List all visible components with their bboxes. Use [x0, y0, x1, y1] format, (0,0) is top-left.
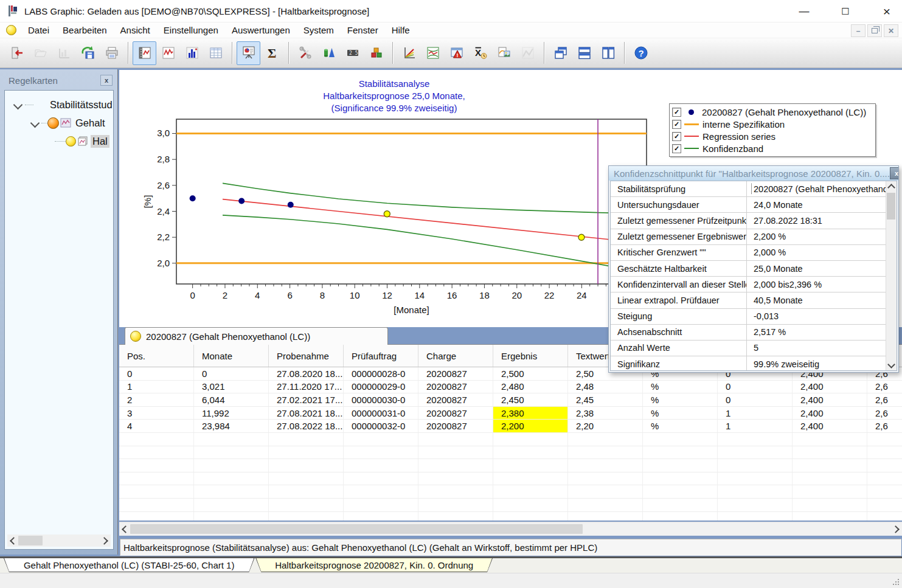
curve-chart-icon[interactable] — [156, 41, 180, 65]
scrollbar-thumb[interactable] — [887, 193, 895, 220]
table-row[interactable]: 311,99227.08.2021 18...000000031-0202008… — [119, 407, 902, 420]
tree-item-stabilitaetsstudien[interactable]: Stabilitätsstud — [5, 95, 113, 114]
dialog-row[interactable]: Untersuchungsdauer24,0 Monate — [611, 197, 886, 213]
menu-bearbeiten[interactable]: Bearbeiten — [56, 24, 114, 36]
tools-icon[interactable] — [293, 41, 317, 65]
scroll-up-icon[interactable] — [886, 181, 896, 192]
cascade-windows-icon[interactable] — [549, 41, 572, 65]
table-row[interactable]: 423,98427.08.2022 18...000000032-0202008… — [119, 420, 902, 433]
chart-print-icon[interactable] — [52, 41, 76, 65]
sidebar-horizontal-scrollbar[interactable] — [7, 534, 111, 547]
menu-system[interactable]: System — [297, 24, 341, 36]
table-cell — [867, 472, 902, 485]
chart-image-icon[interactable] — [492, 41, 516, 65]
results-tab[interactable]: 20200827 (Gehalt Phenoxyethanol (LC)) — [125, 327, 388, 345]
xbar-clock-icon[interactable]: X — [468, 41, 492, 65]
tree-item-label[interactable]: Stabilitätsstud — [48, 99, 114, 111]
konfidenzschnittpunkt-dialog[interactable]: Konfidenzschnittpunkt für "Haltbarkeitsp… — [608, 165, 899, 373]
dialog-row[interactable]: Konfidenzintervall an dieser Stelle2,000… — [611, 277, 886, 292]
tile-vertical-icon[interactable] — [596, 41, 620, 65]
alarm-warning-icon[interactable]: ! — [445, 41, 468, 65]
save-refresh-icon[interactable] — [76, 41, 100, 65]
scrollbar-thumb[interactable] — [130, 524, 583, 534]
maximize-button[interactable]: ☐ — [836, 3, 855, 20]
scroll-left-icon[interactable] — [119, 522, 130, 536]
chevron-down-icon[interactable] — [30, 118, 40, 128]
print-icon[interactable] — [100, 41, 123, 65]
column-header[interactable]: Charge — [418, 345, 493, 367]
scroll-left-icon[interactable] — [7, 534, 18, 547]
menu-einstellungen[interactable]: Einstellungen — [157, 24, 225, 36]
table-row[interactable]: 13,02127.11.2020 17...000000029-02020082… — [119, 381, 902, 394]
table-cell: 4 — [119, 420, 194, 432]
dialog-row[interactable]: Achsenabschnitt2,517 % — [611, 325, 886, 341]
mdi-window-buttons: – ✕ — [851, 24, 898, 37]
exit-icon[interactable] — [5, 41, 29, 65]
svg-text:4: 4 — [255, 290, 260, 300]
dialog-row[interactable]: Linear extrapol. Prüfdauer40,5 Monate — [611, 292, 886, 308]
tree-item-label[interactable]: Hal — [91, 135, 109, 148]
scroll-right-icon[interactable] — [891, 522, 902, 536]
cubes-icon[interactable] — [364, 41, 388, 65]
table-horizontal-scrollbar[interactable] — [119, 522, 902, 536]
tile-horizontal-icon[interactable] — [572, 41, 596, 65]
dialog-close-icon[interactable]: x — [890, 167, 898, 179]
chart-misc-icon[interactable] — [516, 41, 539, 65]
shapes-3d-icon[interactable] — [317, 41, 341, 65]
sigma-statistics-icon[interactable]: Σ — [260, 41, 284, 65]
scroll-right-icon[interactable] — [100, 534, 111, 547]
column-header[interactable]: Probenahme — [269, 345, 344, 367]
menu-auswertungen[interactable]: Auswertungen — [225, 24, 297, 36]
dialog-row[interactable]: Zuletzt gemessener Ergebniswert2,200 % — [611, 229, 886, 245]
control-chart-icon[interactable] — [133, 41, 156, 65]
dialog-row-label: Steigung — [611, 309, 747, 324]
help-icon[interactable]: ? — [629, 41, 653, 65]
dialog-row[interactable]: Kritischer Grenzwert ""2,000 % — [611, 245, 886, 261]
dialog-row[interactable]: Steigung-0,013 — [611, 309, 886, 325]
dialog-row[interactable]: Anzahl Werte5 — [611, 341, 886, 356]
mdi-restore-button[interactable] — [867, 24, 882, 37]
mdi-minimize-button[interactable]: – — [851, 24, 866, 37]
sidebar-close-icon[interactable]: x — [100, 75, 113, 86]
counter-icon[interactable]: 2 5 — [341, 41, 364, 65]
dialog-row[interactable]: Stabilitätsprüfung20200827 (Gehalt Pheno… — [611, 181, 886, 197]
confidence-chart-icon[interactable] — [421, 41, 445, 65]
dialog-row[interactable]: Signifikanz99.9% zweiseitig — [611, 356, 886, 371]
regression-chart-icon[interactable] — [397, 41, 421, 65]
legend-checkbox-icon[interactable]: ✓ — [672, 120, 681, 129]
column-header[interactable]: Pos. — [119, 345, 194, 367]
resize-grip[interactable] — [898, 584, 899, 585]
chevron-down-icon[interactable] — [13, 100, 23, 109]
table-row[interactable]: 26,04427.02.2021 17...000000030-02020082… — [119, 393, 902, 407]
dialog-row[interactable]: Zuletzt gemessener Prüfzeitpunkt27.08.20… — [611, 213, 886, 229]
column-header[interactable]: Prüfauftrag — [344, 345, 418, 367]
tree-item-haltbarkeit[interactable]: Hal — [5, 132, 113, 150]
tree-item-gehalt[interactable]: Gehalt — [5, 114, 113, 132]
dialog-title-bar[interactable]: Konfidenzschnittpunkt für "Haltbarkeitsp… — [609, 166, 898, 181]
data-table-icon[interactable] — [204, 41, 227, 65]
document-tab[interactable]: Gehalt Phenoxyethanol (LC) (STABI-25-60,… — [4, 558, 254, 572]
mdi-close-button[interactable]: ✕ — [884, 24, 898, 37]
histogram-icon[interactable] — [180, 41, 204, 65]
tree-item-label[interactable]: Gehalt — [74, 117, 107, 130]
scrollbar-thumb[interactable] — [18, 536, 43, 545]
menu-hilfe[interactable]: Hilfe — [385, 24, 417, 36]
legend-checkbox-icon[interactable]: ✓ — [672, 132, 681, 141]
table-cell: 1 — [718, 420, 793, 432]
close-button[interactable]: × — [878, 3, 896, 20]
minimize-button[interactable]: — — [795, 3, 813, 20]
menu-fenster[interactable]: Fenster — [341, 24, 385, 36]
menu-ansicht[interactable]: Ansicht — [114, 24, 157, 36]
column-header[interactable]: Ergebnis — [493, 345, 568, 367]
column-header[interactable]: Monate — [194, 345, 269, 367]
dialog-row[interactable]: Geschätzte Haltbarkeit25,0 Monate — [611, 261, 886, 277]
legend-label: Konfidenzband — [703, 144, 763, 154]
legend-checkbox-icon[interactable]: ✓ — [672, 108, 681, 117]
document-tab[interactable]: Haltbarkeitsprognose 20200827, Kin. 0. O… — [255, 558, 493, 572]
menu-datei[interactable]: Datei — [21, 24, 56, 36]
legend-checkbox-icon[interactable]: ✓ — [672, 144, 681, 153]
open-icon[interactable] — [29, 41, 52, 65]
dialog-vertical-scrollbar[interactable] — [886, 181, 897, 370]
presentation-icon[interactable] — [237, 41, 260, 65]
scroll-down-icon[interactable] — [886, 360, 896, 370]
